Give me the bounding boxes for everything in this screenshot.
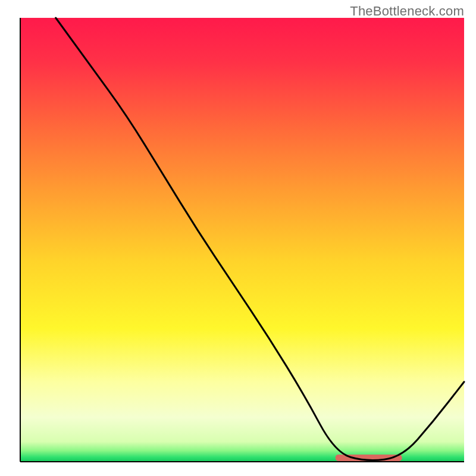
watermark-text: TheBottleneck.com bbox=[350, 4, 464, 19]
bottleneck-chart bbox=[0, 0, 476, 476]
plot-background bbox=[20, 18, 464, 462]
chart-container: TheBottleneck.com bbox=[0, 0, 476, 476]
